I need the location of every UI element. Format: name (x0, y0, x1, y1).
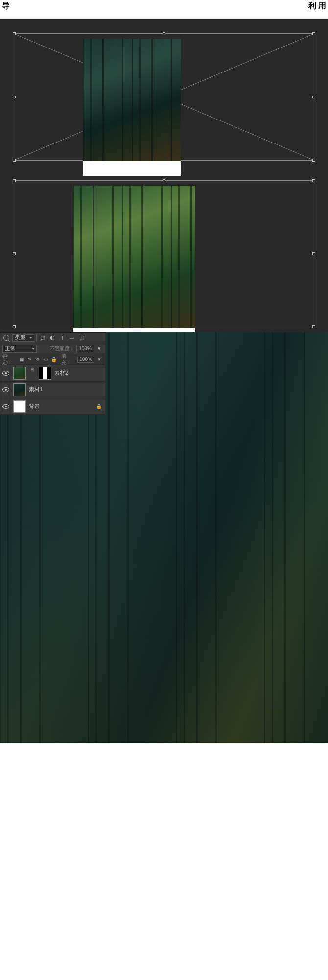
handle-icon[interactable] (312, 252, 315, 255)
mask-link-icon[interactable]: ⎘ (30, 367, 35, 380)
filter-pixel-icon[interactable]: ▧ (39, 335, 47, 341)
blend-mode-value: 正常 (5, 345, 16, 352)
filter-shape-icon[interactable]: ▭ (68, 335, 76, 341)
filter-type-icon[interactable]: T (58, 335, 66, 341)
layer-row[interactable]: 素材1 (0, 382, 105, 398)
lock-paint-icon[interactable]: ✎ (27, 356, 33, 362)
layer-thumbnail[interactable] (13, 383, 26, 396)
handle-icon[interactable] (312, 325, 315, 328)
blend-mode-dropdown[interactable]: 正常 (2, 345, 37, 353)
handle-icon[interactable] (312, 159, 315, 162)
filter-type-dropdown[interactable]: 类型 (12, 334, 34, 342)
eye-icon (2, 387, 9, 392)
eye-icon (2, 371, 9, 376)
fill-input[interactable]: 100% (77, 356, 94, 363)
filter-type-label: 类型 (15, 334, 25, 341)
handle-icon[interactable] (13, 325, 16, 328)
handle-icon[interactable] (13, 179, 16, 182)
handle-icon[interactable] (13, 96, 16, 98)
lock-fill-row: 锁定： ▩ ✎ ✥ ▭ 🔒 填充： 100% ▾ (0, 354, 105, 365)
handle-icon[interactable] (163, 32, 165, 35)
search-icon[interactable] (2, 335, 10, 341)
handle-icon[interactable] (163, 179, 165, 182)
opacity-input[interactable]: 100% (76, 345, 94, 352)
handle-icon[interactable] (13, 32, 16, 35)
separator (36, 334, 37, 342)
transform-frame-2[interactable] (14, 180, 314, 327)
lock-artboard-icon[interactable]: ▭ (43, 356, 49, 362)
composite-caption (0, 743, 328, 773)
lock-position-icon[interactable]: ✥ (35, 356, 41, 362)
placed-image-2[interactable] (73, 186, 195, 342)
layer-name[interactable]: 背景 (29, 403, 40, 410)
layer-thumbnail[interactable] (13, 367, 26, 380)
canvas-area (0, 19, 328, 332)
composite-section: 类型 ▧ ◐ T ▭ ◫ 正常 不透明度： 100% ▾ 锁定： ▩ ✎ ✥ ▭… (0, 332, 328, 773)
image-caption-1 (83, 161, 181, 176)
instruction-text: 导 利 用 (0, 0, 328, 19)
layer-row[interactable]: 背景 🔒 (0, 398, 105, 415)
visibility-toggle[interactable] (0, 382, 11, 398)
lock-icon: 🔒 (96, 404, 102, 409)
transform-frame-1[interactable] (14, 33, 314, 161)
layer-thumbnail[interactable] (13, 400, 26, 413)
lock-label: 锁定： (2, 353, 17, 366)
layer-filter-row: 类型 ▧ ◐ T ▭ ◫ (0, 333, 105, 343)
visibility-toggle[interactable] (0, 365, 11, 381)
visibility-toggle[interactable] (0, 398, 11, 414)
layer-row[interactable]: ⎘ 素材2 (0, 365, 105, 382)
eye-icon (2, 404, 9, 409)
chevron-down-icon[interactable]: ▾ (96, 345, 103, 352)
filter-adjustment-icon[interactable]: ◐ (48, 335, 56, 341)
fill-label: 填充： (61, 353, 75, 366)
handle-icon[interactable] (312, 96, 315, 98)
handle-icon[interactable] (312, 179, 315, 182)
handle-icon[interactable] (13, 159, 16, 162)
layers-panel: 类型 ▧ ◐ T ▭ ◫ 正常 不透明度： 100% ▾ 锁定： ▩ ✎ ✥ ▭… (0, 332, 105, 415)
layer-name[interactable]: 素材1 (29, 386, 43, 393)
filter-smartobj-icon[interactable]: ◫ (78, 335, 86, 341)
placed-image-1[interactable] (83, 39, 181, 176)
layer-name[interactable]: 素材2 (54, 369, 68, 377)
chevron-down-icon[interactable]: ▾ (96, 356, 103, 363)
forest-image-2 (73, 186, 195, 328)
lock-transparent-icon[interactable]: ▩ (19, 356, 25, 362)
handle-icon[interactable] (13, 252, 16, 255)
layer-mask-thumbnail[interactable] (39, 367, 51, 380)
lock-all-icon[interactable]: 🔒 (51, 356, 57, 362)
forest-image-1 (83, 39, 181, 161)
opacity-label: 不透明度： (50, 345, 74, 352)
handle-icon[interactable] (312, 32, 315, 35)
